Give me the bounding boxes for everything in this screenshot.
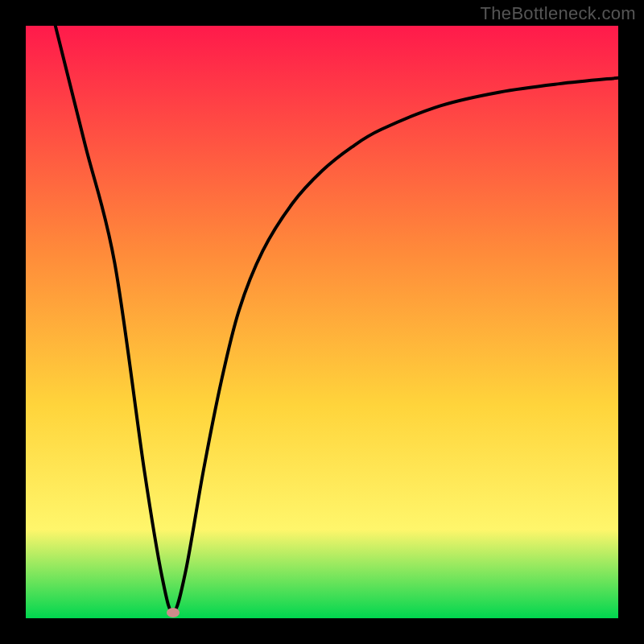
bottleneck-chart	[0, 0, 644, 644]
plot-area	[26, 26, 618, 618]
chart-container: TheBottleneck.com	[0, 0, 644, 644]
